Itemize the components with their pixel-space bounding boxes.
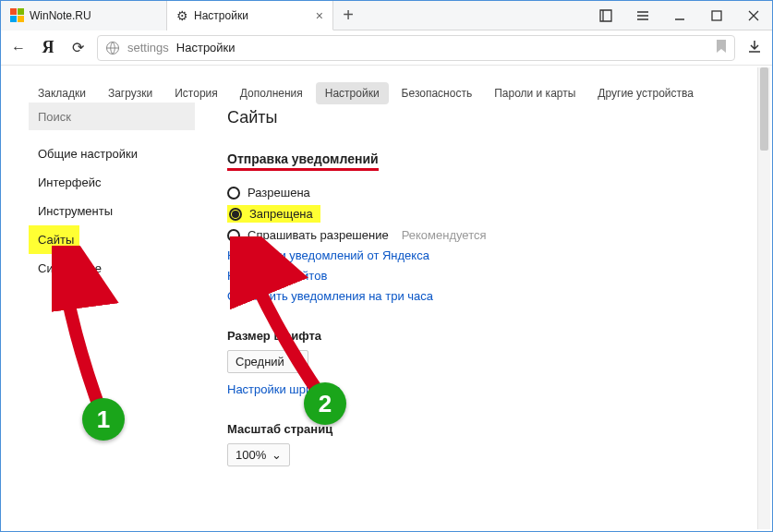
tab-winnote[interactable]: WinNote.RU xyxy=(1,1,167,30)
menu-icon[interactable] xyxy=(624,1,661,30)
link-yandex-notifications[interactable]: Настройки уведомлений от Яндекса xyxy=(227,248,754,262)
link-site-settings[interactable]: Настройки сайтов xyxy=(227,269,754,283)
zoom-dropdown[interactable]: 100% ⌄ xyxy=(227,443,290,466)
link-font-settings[interactable]: Настройки шрифтов xyxy=(227,382,754,396)
tab-settings[interactable]: ⚙ Настройки × xyxy=(167,1,333,30)
maximize-button[interactable] xyxy=(698,1,735,30)
zoom-heading: Масштаб страниц xyxy=(227,422,754,436)
link-mute-three-hours[interactable]: Отключить уведомления на три часа xyxy=(227,289,754,303)
radio-label: Разрешена xyxy=(248,186,310,200)
tab-devices[interactable]: Другие устройства xyxy=(588,82,703,104)
radio-label: Запрещена xyxy=(249,207,313,221)
scrollbar-thumb[interactable] xyxy=(760,67,768,151)
reload-button[interactable]: ⟳ xyxy=(67,39,88,56)
radio-icon xyxy=(227,229,240,242)
tab-title: Настройки xyxy=(194,9,248,22)
tab-downloads[interactable]: Загрузки xyxy=(99,82,162,104)
radio-forbidden[interactable]: Запрещена xyxy=(227,205,754,223)
address-bar: ← Я ⟳ settings Настройки xyxy=(1,30,772,66)
radio-allowed[interactable]: Разрешена xyxy=(227,186,754,200)
tab-addons[interactable]: Дополнения xyxy=(231,82,312,104)
bookmark-icon[interactable] xyxy=(716,40,727,55)
back-button[interactable]: ← xyxy=(8,40,29,56)
windows-icon xyxy=(10,8,24,22)
sidebar-item-interface[interactable]: Интерфейс xyxy=(29,168,195,197)
tab-settings-nav[interactable]: Настройки xyxy=(316,82,389,104)
radio-icon xyxy=(229,208,242,221)
address-scope: settings xyxy=(127,41,169,54)
sidebar-item-system[interactable]: Системные xyxy=(29,254,195,283)
yandex-home-button[interactable]: Я xyxy=(38,38,58,57)
close-button[interactable] xyxy=(735,1,772,30)
sidebar-item-tools[interactable]: Инструменты xyxy=(29,197,195,225)
dropdown-value: 100% xyxy=(236,448,266,462)
globe-icon xyxy=(105,41,120,55)
minimize-button[interactable] xyxy=(661,1,698,30)
radio-label: Спрашивать разрешение xyxy=(248,228,389,242)
svg-rect-0 xyxy=(712,11,721,20)
sidebar-item-general[interactable]: Общие настройки xyxy=(29,139,195,168)
notifications-heading: Отправка уведомлений xyxy=(227,151,379,171)
fontsize-heading: Размер шрифта xyxy=(227,329,754,343)
content-pane: Сайты Отправка уведомлений Разрешена Зап… xyxy=(195,103,772,531)
main-area: Общие настройки Интерфейс Инструменты Са… xyxy=(1,103,772,531)
reader-icon[interactable] xyxy=(587,1,624,30)
chevron-down-icon: ⌄ xyxy=(290,355,300,369)
tab-passwords[interactable]: Пароли и карты xyxy=(485,82,585,104)
window-controls xyxy=(587,1,772,30)
download-icon[interactable] xyxy=(744,39,765,57)
address-text: Настройки xyxy=(176,41,236,54)
gear-icon: ⚙ xyxy=(176,8,188,23)
tab-history[interactable]: История xyxy=(165,82,227,104)
search-input[interactable] xyxy=(29,103,195,130)
tab-title: WinNote.RU xyxy=(30,9,91,22)
titlebar: WinNote.RU ⚙ Настройки × + xyxy=(1,1,772,30)
tab-bookmarks[interactable]: Закладки xyxy=(29,82,95,104)
fontsize-dropdown[interactable]: Средний ⌄ xyxy=(227,350,308,373)
chevron-down-icon: ⌄ xyxy=(272,448,282,462)
sidebar: Общие настройки Интерфейс Инструменты Са… xyxy=(29,103,195,531)
address-field[interactable]: settings Настройки xyxy=(97,35,735,61)
recommended-label: Рекомендуется xyxy=(402,228,487,242)
sidebar-item-sites[interactable]: Сайты xyxy=(29,225,79,254)
dropdown-value: Средний xyxy=(236,355,284,369)
radio-ask[interactable]: Спрашивать разрешение Рекомендуется xyxy=(227,228,754,242)
tab-security[interactable]: Безопасность xyxy=(393,82,482,104)
close-icon[interactable]: × xyxy=(316,8,323,23)
radio-icon xyxy=(227,187,240,200)
page-title: Сайты xyxy=(227,108,754,127)
scrollbar[interactable] xyxy=(757,67,770,529)
new-tab-button[interactable]: + xyxy=(333,5,363,26)
